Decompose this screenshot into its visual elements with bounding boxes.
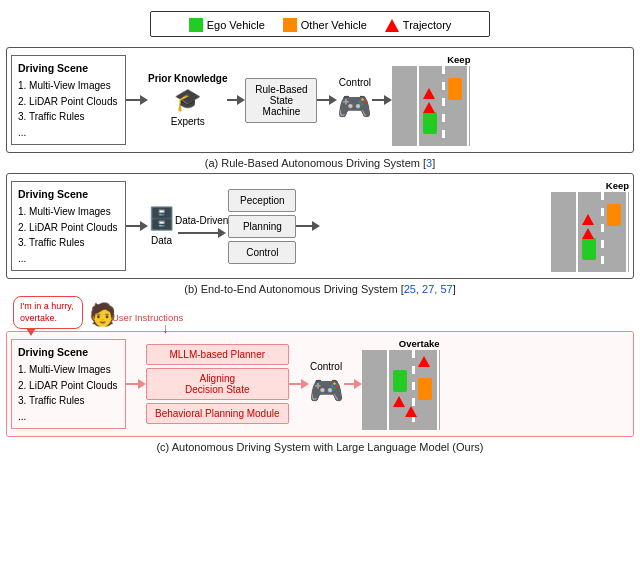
arrow-a-1	[126, 95, 148, 105]
road-label-a: Keep	[447, 54, 470, 65]
control-label-a: Control	[339, 77, 371, 88]
caption-a: (a) Rule-Based Autonomous Driving System…	[0, 157, 640, 169]
mllm-box: MLLM-based Planner	[146, 344, 289, 365]
legend-other-label: Other Vehicle	[301, 19, 367, 31]
caption-b-refs: 25, 27, 57	[404, 283, 453, 295]
road-line-2	[442, 66, 445, 146]
road-line-b-1	[576, 192, 578, 272]
arrow-c-2	[289, 379, 309, 389]
arrow-b-1	[126, 221, 148, 231]
perception-box: Peception	[228, 189, 296, 212]
scene-item-b-4: ...	[18, 251, 119, 267]
b-control-label: Control	[246, 247, 278, 258]
traj-2-c	[393, 396, 405, 407]
other-car-c	[418, 378, 432, 400]
scene-item-a-4: ...	[18, 125, 119, 141]
arrow-a-4	[372, 95, 392, 105]
arrow-c-3	[344, 379, 362, 389]
road-label-b: Keep	[606, 180, 629, 191]
b-control-box: Control	[228, 241, 296, 264]
mllm-label: MLLM-based Planner	[169, 349, 265, 360]
ego-car-b	[582, 238, 596, 260]
other-car-a	[448, 78, 462, 100]
driving-scene-c: Driving Scene 1. Multi-View Images 2. Li…	[11, 339, 126, 429]
road-a	[392, 66, 470, 146]
road-c	[362, 350, 440, 430]
scene-item-b-2: 2. LiDAR Point Clouds	[18, 220, 119, 236]
arrow-a-2	[227, 95, 245, 105]
scene-title-c: Driving Scene	[18, 344, 119, 360]
rule-based-box: Rule-BasedStateMachine	[245, 78, 317, 123]
prior-knowledge-label: Prior Knowledge	[148, 73, 227, 84]
legend: Ego Vehicle Other Vehicle Trajectory	[150, 11, 490, 37]
legend-ego-label: Ego Vehicle	[207, 19, 265, 31]
control-label-c: Control	[310, 361, 342, 372]
ego-color-icon	[189, 18, 203, 32]
behavioral-label: Behavioral Planning Module	[155, 408, 280, 419]
driving-scene-a: Driving Scene 1. Multi-View Images 2. Li…	[11, 55, 126, 145]
section-b: Driving Scene 1. Multi-View Images 2. Li…	[6, 173, 634, 279]
road-block-b: Keep	[551, 180, 629, 272]
traj-2-a	[423, 102, 435, 113]
user-bubble: I'm in a hurry, overtake.	[13, 296, 83, 329]
caption-c: (c) Autonomous Driving System with Large…	[0, 441, 640, 453]
section-c: I'm in a hurry, overtake. 🧑 User Instruc…	[6, 331, 634, 437]
rule-based-label: Rule-BasedStateMachine	[254, 84, 308, 117]
scene-item-c-1: 1. Multi-View Images	[18, 362, 119, 378]
ego-car-a	[423, 112, 437, 134]
data-label-b: Data	[151, 235, 172, 246]
behavioral-box: Behavioral Planning Module	[146, 403, 289, 424]
wheel-icon-a: 🎮	[337, 90, 372, 123]
other-color-icon	[283, 18, 297, 32]
caption-c-text: (c) Autonomous Driving System with Large…	[156, 441, 483, 453]
legend-ego: Ego Vehicle	[189, 18, 265, 32]
legend-traj-label: Trajectory	[403, 19, 452, 31]
scene-item-c-2: 2. LiDAR Point Clouds	[18, 378, 119, 394]
b-boxes: Peception Planning Control	[228, 189, 296, 264]
scene-item-a-1: 1. Multi-View Images	[18, 78, 119, 94]
aligning-box: AligningDecision State	[146, 368, 289, 400]
road-line-c-3	[437, 350, 439, 430]
caption-a-end: ]	[432, 157, 435, 169]
other-car-b	[607, 204, 621, 226]
arrow-b-2	[178, 228, 226, 238]
scene-title-a: Driving Scene	[18, 60, 119, 76]
driving-scene-b: Driving Scene 1. Multi-View Images 2. Li…	[11, 181, 126, 271]
experts-label: Experts	[171, 116, 205, 127]
planning-box: Planning	[228, 215, 296, 238]
arrow-b-2-block: Data-Driven	[175, 215, 228, 238]
road-b	[551, 192, 629, 272]
trajectory-triangle-icon	[385, 19, 399, 32]
user-instructions-label: User Instructions	[112, 312, 183, 323]
c-boxes: MLLM-based Planner AligningDecision Stat…	[146, 344, 289, 424]
legend-trajectory: Trajectory	[385, 19, 452, 32]
control-block-c: Control 🎮	[309, 361, 344, 407]
traj-3-c	[405, 406, 417, 417]
scene-item-a-2: 2. LiDAR Point Clouds	[18, 94, 119, 110]
road-label-c: Overtake	[399, 338, 440, 349]
data-block-b: 🗄️ Data	[148, 206, 175, 246]
section-a: Driving Scene 1. Multi-View Images 2. Li…	[6, 47, 634, 153]
road-block-a: Keep	[392, 54, 470, 146]
caption-b-text: (b) End-to-End Autonomous Driving System…	[184, 283, 403, 295]
planning-label: Planning	[243, 221, 282, 232]
user-arrow-down-icon: ↓	[162, 320, 169, 336]
arrow-b-3	[296, 221, 320, 231]
user-bubble-text: I'm in a hurry, overtake.	[20, 301, 74, 323]
road-line-b-2	[601, 192, 604, 272]
scene-title-b: Driving Scene	[18, 186, 119, 202]
arrow-c-1	[126, 379, 146, 389]
road-line-3	[467, 66, 469, 146]
caption-a-text: (a) Rule-Based Autonomous Driving System…	[205, 157, 426, 169]
scene-item-b-3: 3. Traffic Rules	[18, 235, 119, 251]
expert-icon: 🎓	[174, 87, 201, 113]
traj-2-b	[582, 228, 594, 239]
road-line-c-1	[387, 350, 389, 430]
traj-1-c	[418, 356, 430, 367]
scene-item-a-3: 3. Traffic Rules	[18, 109, 119, 125]
legend-other: Other Vehicle	[283, 18, 367, 32]
control-block-a: Control 🎮	[337, 77, 372, 123]
database-icon: 🗄️	[148, 206, 175, 232]
arrow-a-3	[317, 95, 337, 105]
road-line-1	[417, 66, 419, 146]
